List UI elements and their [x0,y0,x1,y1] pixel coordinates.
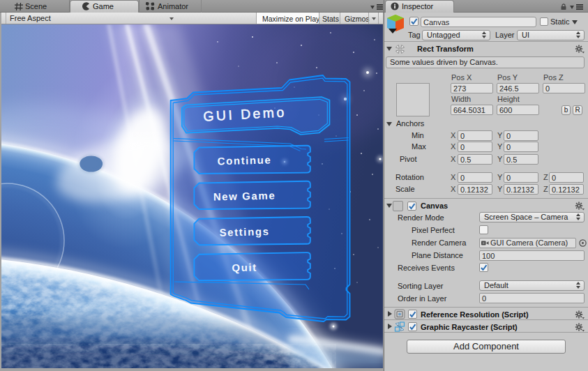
svg-text:Continue: Continue [217,154,271,167]
svg-text:Settings: Settings [219,225,269,238]
svg-text:New Game: New Game [213,189,276,202]
svg-text:Quit: Quit [232,262,257,274]
